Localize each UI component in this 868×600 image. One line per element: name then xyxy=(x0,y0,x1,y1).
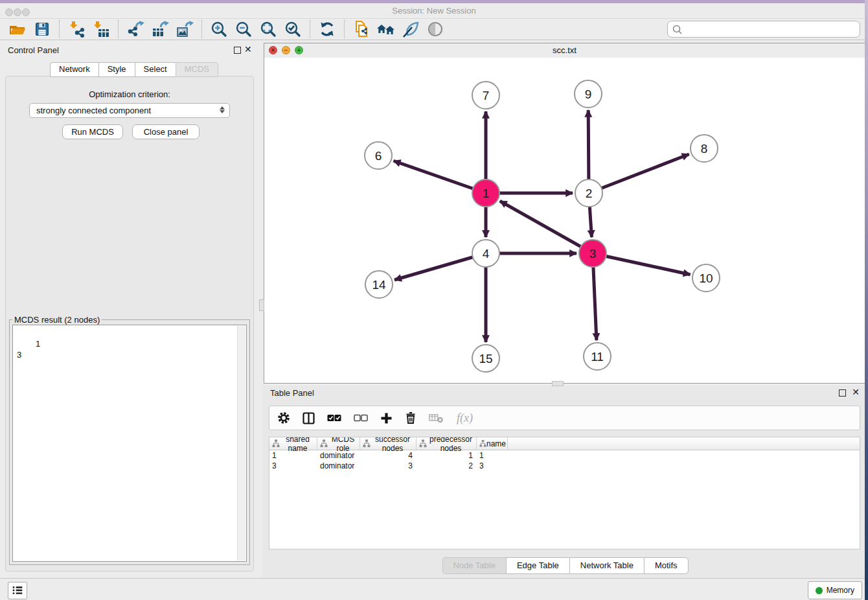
edge-3-10[interactable] xyxy=(593,253,691,275)
memory-button[interactable]: Memory xyxy=(808,581,862,599)
import-table-button[interactable] xyxy=(91,19,111,39)
split-view-button[interactable] xyxy=(303,412,315,424)
table-cell[interactable]: 3 xyxy=(360,461,417,470)
table-cell[interactable]: 3 xyxy=(269,461,317,470)
import-network-button[interactable] xyxy=(66,19,87,39)
table-cell[interactable]: dominator xyxy=(317,461,360,470)
task-history-button[interactable] xyxy=(8,582,27,599)
table-cell[interactable]: dominator xyxy=(317,451,360,460)
column-header-name[interactable]: name xyxy=(477,437,508,450)
search-input[interactable] xyxy=(683,22,860,36)
export-network-button[interactable] xyxy=(125,19,146,39)
node-15[interactable]: 15 xyxy=(472,345,499,372)
network-minimize-button[interactable]: − xyxy=(282,46,290,54)
show-hide-button[interactable] xyxy=(425,19,446,39)
node-9[interactable]: 9 xyxy=(575,80,602,108)
trash-icon xyxy=(405,411,417,424)
column-tree-icon xyxy=(363,439,371,448)
zoom-out-button[interactable] xyxy=(233,19,254,39)
window-minimize-button[interactable] xyxy=(14,8,21,16)
vertical-split-handle[interactable] xyxy=(259,299,264,311)
node-2[interactable]: 2 xyxy=(575,179,602,207)
tab-style[interactable]: Style xyxy=(98,62,135,77)
edge-3-1[interactable] xyxy=(500,201,593,253)
tab-node-table[interactable]: Node Table xyxy=(442,557,506,574)
search-box[interactable] xyxy=(667,21,860,38)
add-column-button[interactable] xyxy=(380,412,393,424)
memory-label: Memory xyxy=(827,586,854,595)
node-3[interactable]: 3 xyxy=(579,240,606,267)
node-10[interactable]: 10 xyxy=(692,264,720,292)
export-image-button[interactable] xyxy=(174,19,195,39)
select-all-button[interactable] xyxy=(327,414,341,422)
table-row[interactable]: 3dominator323 xyxy=(269,461,860,471)
float-panel-icon[interactable] xyxy=(234,47,241,54)
window-close-button[interactable] xyxy=(5,8,13,16)
table-cell[interactable]: 1 xyxy=(477,451,508,460)
save-session-button[interactable] xyxy=(32,19,52,39)
network-maximize-button[interactable]: + xyxy=(295,46,303,54)
column-header-shared-name[interactable]: shared name xyxy=(269,437,317,450)
node-label: 7 xyxy=(483,89,490,102)
edge-1-6[interactable] xyxy=(394,161,486,193)
table-cell[interactable]: 1 xyxy=(269,451,317,460)
tab-edge-table[interactable]: Edge Table xyxy=(506,557,569,574)
control-panel-title: Control Panel xyxy=(8,45,59,55)
export-table-button[interactable] xyxy=(150,19,170,39)
close-panel-icon[interactable]: ✕ xyxy=(244,44,252,54)
column-header-successor-nodes[interactable]: successor nodes xyxy=(360,437,417,450)
tab-mcds[interactable]: MCDS xyxy=(176,62,218,77)
column-header-MCDS-role[interactable]: MCDS role xyxy=(317,437,360,450)
apply-layout-button[interactable] xyxy=(317,19,337,39)
table-settings-button[interactable] xyxy=(277,411,290,424)
delete-column-button[interactable] xyxy=(405,411,417,424)
table-cell[interactable]: 1 xyxy=(417,451,477,460)
node-6[interactable]: 6 xyxy=(365,142,392,169)
tab-network[interactable]: Network xyxy=(50,62,98,77)
zoom-in-button[interactable] xyxy=(209,19,229,39)
optimization-criterion-select[interactable]: strongly connected component xyxy=(29,103,230,118)
network-graph[interactable]: 7968124314101511 xyxy=(264,58,865,383)
close-panel-button[interactable]: Close panel xyxy=(132,124,200,139)
node-7[interactable]: 7 xyxy=(472,82,499,109)
refresh-icon xyxy=(318,20,336,38)
edge-2-8[interactable] xyxy=(589,154,689,193)
function-builder-button[interactable]: f(x) xyxy=(457,411,473,425)
tab-select[interactable]: Select xyxy=(135,62,176,77)
tab-network-table[interactable]: Network Table xyxy=(569,557,644,574)
result-scrollbar[interactable] xyxy=(237,326,246,560)
zoom-fit-button[interactable] xyxy=(258,19,279,39)
show-all-networks-button[interactable] xyxy=(376,19,396,39)
run-mcds-button[interactable]: Run MCDS xyxy=(62,124,123,139)
mcds-result-box[interactable]: 1 3 xyxy=(12,325,247,562)
node-14[interactable]: 14 xyxy=(365,271,393,298)
delete-table-button[interactable] xyxy=(429,413,444,423)
status-bar: Memory xyxy=(0,578,868,600)
node-4[interactable]: 4 xyxy=(472,240,499,267)
horizontal-split-handle[interactable] xyxy=(552,381,564,386)
node-8[interactable]: 8 xyxy=(691,135,718,162)
close-table-panel-icon[interactable]: ✕ xyxy=(852,387,860,397)
table-cell[interactable]: 2 xyxy=(417,461,477,470)
deselect-all-button[interactable] xyxy=(354,414,368,422)
table-cell[interactable]: 3 xyxy=(477,461,508,470)
zoom-selected-button[interactable] xyxy=(282,19,303,39)
node-11[interactable]: 11 xyxy=(584,343,611,370)
control-panel-header: Control Panel ✕ xyxy=(0,43,259,58)
column-header-predecessor-nodes[interactable]: predecessor nodes xyxy=(417,437,477,450)
edge-4-14[interactable] xyxy=(394,253,486,280)
network-close-button[interactable]: × xyxy=(269,46,277,54)
window-zoom-button[interactable] xyxy=(22,8,30,16)
network-window-titlebar[interactable]: × − + scc.txt xyxy=(264,43,865,58)
float-table-panel-icon[interactable] xyxy=(839,389,846,397)
node-1[interactable]: 1 xyxy=(472,179,499,207)
table-cell[interactable]: 4 xyxy=(360,451,417,460)
duplicate-network-button[interactable] xyxy=(351,19,372,39)
table-row[interactable]: 1dominator411 xyxy=(269,450,860,461)
open-session-button[interactable] xyxy=(7,19,28,39)
network-canvas[interactable]: 7968124314101511 xyxy=(264,58,865,383)
style-brush-icon xyxy=(402,20,420,38)
export-image-icon xyxy=(176,20,194,38)
tab-motifs[interactable]: Motifs xyxy=(644,557,689,574)
apply-style-button[interactable] xyxy=(400,19,421,39)
